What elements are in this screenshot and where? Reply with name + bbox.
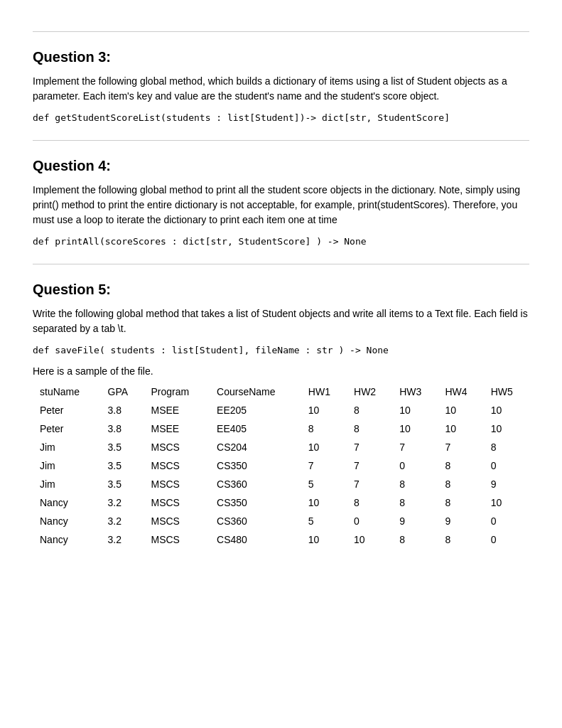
table-cell: 8 xyxy=(392,475,438,493)
table-cell: 8 xyxy=(484,438,529,456)
table-cell: CS480 xyxy=(210,530,301,549)
table-cell: MSEE xyxy=(144,419,210,438)
question-5-title: Question 5: xyxy=(33,282,529,298)
table-cell: Nancy xyxy=(33,493,101,512)
table-cell: 8 xyxy=(438,493,483,512)
col-header-stuname: stuName xyxy=(33,382,101,401)
table-cell: 10 xyxy=(301,530,347,549)
question-5-block: Question 5: Write the following global m… xyxy=(33,282,529,549)
table-cell: EE205 xyxy=(210,401,301,419)
col-header-hw1: HW1 xyxy=(301,382,347,401)
table-cell: 3.2 xyxy=(101,493,144,512)
table-cell: 8 xyxy=(301,419,347,438)
question-4-title: Question 4: xyxy=(33,158,529,174)
table-cell: MSEE xyxy=(144,401,210,419)
table-cell: 7 xyxy=(392,438,438,456)
table-cell: 7 xyxy=(347,475,392,493)
table-cell: 10 xyxy=(392,401,438,419)
table-cell: 8 xyxy=(347,419,392,438)
table-row: Nancy3.2MSCSCS36050990 xyxy=(33,512,529,530)
table-cell: 3.8 xyxy=(101,401,144,419)
table-cell: 10 xyxy=(484,419,529,438)
table-cell: Nancy xyxy=(33,512,101,530)
table-cell: MSCS xyxy=(144,493,210,512)
table-cell: CS360 xyxy=(210,512,301,530)
table-cell: 8 xyxy=(438,475,483,493)
table-cell: 0 xyxy=(347,512,392,530)
table-cell: MSCS xyxy=(144,512,210,530)
table-cell: 7 xyxy=(347,456,392,475)
table-cell: 3.5 xyxy=(101,475,144,493)
table-cell: 10 xyxy=(301,438,347,456)
table-cell: 3.5 xyxy=(101,456,144,475)
question-4-code: def printAll(scoreScores : dict[str, Stu… xyxy=(33,236,529,247)
table-cell: 10 xyxy=(301,493,347,512)
table-row: Jim3.5MSCSCS35077080 xyxy=(33,456,529,475)
table-cell: 7 xyxy=(438,438,483,456)
table-cell: 8 xyxy=(392,493,438,512)
table-cell: 8 xyxy=(438,456,483,475)
col-header-hw3: HW3 xyxy=(392,382,438,401)
table-cell: MSCS xyxy=(144,438,210,456)
table-cell: 3.8 xyxy=(101,419,144,438)
table-cell: 10 xyxy=(484,493,529,512)
table-cell: 10 xyxy=(347,530,392,549)
table-cell: Jim xyxy=(33,438,101,456)
table-cell: 8 xyxy=(347,401,392,419)
col-header-hw5: HW5 xyxy=(484,382,529,401)
table-cell: Jim xyxy=(33,475,101,493)
table-cell: 10 xyxy=(392,419,438,438)
table-cell: 0 xyxy=(484,530,529,549)
table-cell: 7 xyxy=(347,438,392,456)
col-header-coursename: CourseName xyxy=(210,382,301,401)
table-cell: Peter xyxy=(33,401,101,419)
question-3-title: Question 3: xyxy=(33,49,529,65)
table-row: Jim3.5MSCSCS204107778 xyxy=(33,438,529,456)
question-3-code: def getStudentScoreList(students : list[… xyxy=(33,112,529,123)
question-3-block: Question 3: Implement the following glob… xyxy=(33,49,529,123)
col-header-hw4: HW4 xyxy=(438,382,483,401)
table-cell: Jim xyxy=(33,456,101,475)
table-cell: MSCS xyxy=(144,530,210,549)
table-cell: 8 xyxy=(347,493,392,512)
divider-2 xyxy=(33,264,529,264)
table-cell: 9 xyxy=(484,475,529,493)
table-header-row: stuName GPA Program CourseName HW1 HW2 H… xyxy=(33,382,529,401)
col-header-hw2: HW2 xyxy=(347,382,392,401)
table-cell: 9 xyxy=(392,512,438,530)
sample-table: stuName GPA Program CourseName HW1 HW2 H… xyxy=(33,382,529,549)
table-cell: MSCS xyxy=(144,475,210,493)
table-cell: Peter xyxy=(33,419,101,438)
table-row: Peter3.8MSEEEE205108101010 xyxy=(33,401,529,419)
question-5-code: def saveFile( students : list[Student], … xyxy=(33,345,529,355)
table-cell: CS204 xyxy=(210,438,301,456)
col-header-gpa: GPA xyxy=(101,382,144,401)
table-cell: 0 xyxy=(484,512,529,530)
table-cell: EE405 xyxy=(210,419,301,438)
sample-label: Here is a sample of the file. xyxy=(33,365,529,377)
table-cell: 10 xyxy=(301,401,347,419)
table-cell: 9 xyxy=(438,512,483,530)
table-cell: 5 xyxy=(301,512,347,530)
table-cell: 10 xyxy=(484,401,529,419)
top-divider xyxy=(33,31,529,32)
table-row: Nancy3.2MSCSCS3501088810 xyxy=(33,493,529,512)
table-cell: 3.2 xyxy=(101,530,144,549)
table-cell: CS350 xyxy=(210,456,301,475)
table-cell: 3.5 xyxy=(101,438,144,456)
table-cell: MSCS xyxy=(144,456,210,475)
table-cell: 3.2 xyxy=(101,512,144,530)
table-cell: 8 xyxy=(438,530,483,549)
table-cell: 5 xyxy=(301,475,347,493)
table-cell: CS350 xyxy=(210,493,301,512)
table-cell: Nancy xyxy=(33,530,101,549)
table-row: Peter3.8MSEEEE40588101010 xyxy=(33,419,529,438)
col-header-program: Program xyxy=(144,382,210,401)
divider-1 xyxy=(33,140,529,141)
question-5-description: Write the following global method that t… xyxy=(33,306,529,336)
table-cell: 0 xyxy=(484,456,529,475)
table-row: Nancy3.2MSCSCS4801010880 xyxy=(33,530,529,549)
table-cell: 7 xyxy=(301,456,347,475)
table-cell: 0 xyxy=(392,456,438,475)
question-4-description: Implement the following global method to… xyxy=(33,183,529,228)
